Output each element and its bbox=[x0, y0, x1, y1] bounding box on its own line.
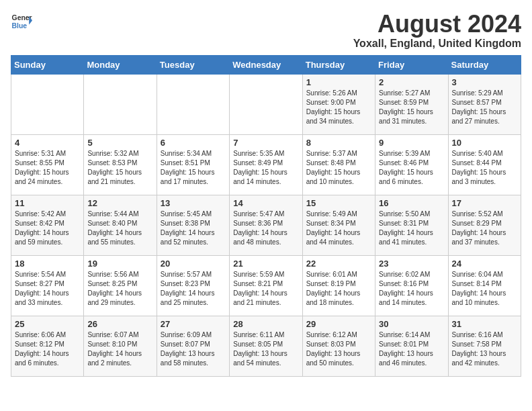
calendar-cell: 4Sunrise: 5:31 AM Sunset: 8:55 PM Daylig… bbox=[11, 134, 84, 195]
week-row-1: 1Sunrise: 5:26 AM Sunset: 9:00 PM Daylig… bbox=[11, 74, 521, 134]
calendar-cell: 17Sunrise: 5:52 AM Sunset: 8:29 PM Dayli… bbox=[448, 195, 521, 255]
calendar-cell: 5Sunrise: 5:32 AM Sunset: 8:53 PM Daylig… bbox=[84, 134, 157, 195]
header-thursday: Thursday bbox=[302, 55, 375, 74]
day-info: Sunrise: 5:44 AM Sunset: 8:40 PM Dayligh… bbox=[87, 210, 152, 247]
day-number: 31 bbox=[452, 319, 517, 329]
calendar-cell: 14Sunrise: 5:47 AM Sunset: 8:36 PM Dayli… bbox=[230, 195, 302, 255]
header-sunday: Sunday bbox=[11, 55, 84, 74]
day-info: Sunrise: 5:40 AM Sunset: 8:44 PM Dayligh… bbox=[452, 149, 517, 187]
day-number: 13 bbox=[161, 198, 226, 208]
day-number: 17 bbox=[452, 198, 517, 208]
calendar-cell: 12Sunrise: 5:44 AM Sunset: 8:40 PM Dayli… bbox=[84, 195, 157, 255]
day-info: Sunrise: 5:56 AM Sunset: 8:25 PM Dayligh… bbox=[87, 270, 152, 308]
day-info: Sunrise: 6:12 AM Sunset: 8:03 PM Dayligh… bbox=[306, 330, 371, 368]
day-info: Sunrise: 5:31 AM Sunset: 8:55 PM Dayligh… bbox=[15, 149, 80, 187]
calendar-cell: 21Sunrise: 5:59 AM Sunset: 8:21 PM Dayli… bbox=[230, 255, 302, 316]
day-number: 5 bbox=[87, 138, 152, 148]
day-number: 18 bbox=[15, 259, 80, 269]
day-number: 23 bbox=[379, 259, 444, 269]
calendar-cell: 10Sunrise: 5:40 AM Sunset: 8:44 PM Dayli… bbox=[448, 134, 521, 195]
week-row-3: 11Sunrise: 5:42 AM Sunset: 8:42 PM Dayli… bbox=[11, 195, 521, 255]
calendar-cell: 1Sunrise: 5:26 AM Sunset: 9:00 PM Daylig… bbox=[302, 74, 375, 134]
calendar-cell: 29Sunrise: 6:12 AM Sunset: 8:03 PM Dayli… bbox=[302, 316, 375, 376]
day-info: Sunrise: 6:16 AM Sunset: 7:58 PM Dayligh… bbox=[452, 330, 517, 368]
day-info: Sunrise: 6:07 AM Sunset: 8:10 PM Dayligh… bbox=[87, 330, 152, 368]
day-info: Sunrise: 5:27 AM Sunset: 8:59 PM Dayligh… bbox=[379, 89, 444, 126]
day-number: 4 bbox=[15, 138, 80, 148]
day-info: Sunrise: 6:11 AM Sunset: 8:05 PM Dayligh… bbox=[233, 330, 298, 368]
calendar-cell: 9Sunrise: 5:39 AM Sunset: 8:46 PM Daylig… bbox=[375, 134, 448, 195]
calendar-cell: 25Sunrise: 6:06 AM Sunset: 8:12 PM Dayli… bbox=[11, 316, 84, 376]
day-number: 16 bbox=[379, 198, 444, 208]
header-saturday: Saturday bbox=[448, 55, 521, 74]
calendar-header-row: SundayMondayTuesdayWednesdayThursdayFrid… bbox=[11, 55, 521, 74]
calendar-cell: 6Sunrise: 5:34 AM Sunset: 8:51 PM Daylig… bbox=[157, 134, 229, 195]
header-monday: Monday bbox=[84, 55, 157, 74]
day-number: 26 bbox=[87, 319, 152, 329]
day-info: Sunrise: 5:57 AM Sunset: 8:23 PM Dayligh… bbox=[161, 270, 226, 308]
page-header: General Blue August 2024 Yoxall, England… bbox=[11, 11, 521, 50]
day-info: Sunrise: 5:29 AM Sunset: 8:57 PM Dayligh… bbox=[452, 89, 517, 126]
day-info: Sunrise: 5:26 AM Sunset: 9:00 PM Dayligh… bbox=[306, 89, 371, 126]
day-number: 1 bbox=[306, 77, 371, 87]
day-number: 27 bbox=[161, 319, 226, 329]
calendar-cell bbox=[230, 74, 302, 134]
day-info: Sunrise: 5:50 AM Sunset: 8:31 PM Dayligh… bbox=[379, 210, 444, 247]
calendar-cell: 15Sunrise: 5:49 AM Sunset: 8:34 PM Dayli… bbox=[302, 195, 375, 255]
day-info: Sunrise: 5:35 AM Sunset: 8:49 PM Dayligh… bbox=[233, 149, 298, 187]
day-number: 10 bbox=[452, 138, 517, 148]
day-info: Sunrise: 5:39 AM Sunset: 8:46 PM Dayligh… bbox=[379, 149, 444, 187]
day-info: Sunrise: 5:32 AM Sunset: 8:53 PM Dayligh… bbox=[87, 149, 152, 187]
calendar-cell: 28Sunrise: 6:11 AM Sunset: 8:05 PM Dayli… bbox=[230, 316, 302, 376]
week-row-2: 4Sunrise: 5:31 AM Sunset: 8:55 PM Daylig… bbox=[11, 134, 521, 195]
calendar-cell: 30Sunrise: 6:14 AM Sunset: 8:01 PM Dayli… bbox=[375, 316, 448, 376]
calendar-cell: 13Sunrise: 5:45 AM Sunset: 8:38 PM Dayli… bbox=[157, 195, 229, 255]
day-number: 28 bbox=[233, 319, 298, 329]
day-number: 6 bbox=[161, 138, 226, 148]
calendar-table: SundayMondayTuesdayWednesdayThursdayFrid… bbox=[11, 55, 521, 377]
day-info: Sunrise: 6:09 AM Sunset: 8:07 PM Dayligh… bbox=[161, 330, 226, 368]
calendar-cell: 23Sunrise: 6:02 AM Sunset: 8:16 PM Dayli… bbox=[375, 255, 448, 316]
day-number: 25 bbox=[15, 319, 80, 329]
title-block: August 2024 Yoxall, England, United King… bbox=[353, 11, 521, 50]
day-info: Sunrise: 5:47 AM Sunset: 8:36 PM Dayligh… bbox=[233, 210, 298, 247]
calendar-cell: 20Sunrise: 5:57 AM Sunset: 8:23 PM Dayli… bbox=[157, 255, 229, 316]
calendar-cell: 16Sunrise: 5:50 AM Sunset: 8:31 PM Dayli… bbox=[375, 195, 448, 255]
day-info: Sunrise: 5:45 AM Sunset: 8:38 PM Dayligh… bbox=[161, 210, 226, 247]
calendar-cell: 8Sunrise: 5:37 AM Sunset: 8:48 PM Daylig… bbox=[302, 134, 375, 195]
day-number: 15 bbox=[306, 198, 371, 208]
calendar-cell bbox=[84, 74, 157, 134]
calendar-cell: 27Sunrise: 6:09 AM Sunset: 8:07 PM Dayli… bbox=[157, 316, 229, 376]
day-number: 22 bbox=[306, 259, 371, 269]
calendar-cell: 3Sunrise: 5:29 AM Sunset: 8:57 PM Daylig… bbox=[448, 74, 521, 134]
location: Yoxall, England, United Kingdom bbox=[353, 38, 521, 50]
day-info: Sunrise: 5:37 AM Sunset: 8:48 PM Dayligh… bbox=[306, 149, 371, 187]
header-friday: Friday bbox=[375, 55, 448, 74]
day-info: Sunrise: 5:34 AM Sunset: 8:51 PM Dayligh… bbox=[161, 149, 226, 187]
day-number: 2 bbox=[379, 77, 444, 87]
calendar-cell: 31Sunrise: 6:16 AM Sunset: 7:58 PM Dayli… bbox=[448, 316, 521, 376]
calendar-cell bbox=[157, 74, 229, 134]
day-number: 7 bbox=[233, 138, 298, 148]
calendar-cell: 11Sunrise: 5:42 AM Sunset: 8:42 PM Dayli… bbox=[11, 195, 84, 255]
logo: General Blue bbox=[11, 11, 32, 32]
week-row-5: 25Sunrise: 6:06 AM Sunset: 8:12 PM Dayli… bbox=[11, 316, 521, 376]
day-number: 3 bbox=[452, 77, 517, 87]
day-number: 8 bbox=[306, 138, 371, 148]
calendar-cell: 18Sunrise: 5:54 AM Sunset: 8:27 PM Dayli… bbox=[11, 255, 84, 316]
month-title: August 2024 bbox=[353, 11, 521, 38]
day-number: 19 bbox=[87, 259, 152, 269]
day-number: 11 bbox=[15, 198, 80, 208]
day-info: Sunrise: 6:02 AM Sunset: 8:16 PM Dayligh… bbox=[379, 270, 444, 308]
calendar-cell: 26Sunrise: 6:07 AM Sunset: 8:10 PM Dayli… bbox=[84, 316, 157, 376]
day-number: 14 bbox=[233, 198, 298, 208]
svg-text:Blue: Blue bbox=[12, 22, 28, 30]
calendar-cell bbox=[11, 74, 84, 134]
calendar-cell: 19Sunrise: 5:56 AM Sunset: 8:25 PM Dayli… bbox=[84, 255, 157, 316]
calendar-cell: 2Sunrise: 5:27 AM Sunset: 8:59 PM Daylig… bbox=[375, 74, 448, 134]
day-info: Sunrise: 6:01 AM Sunset: 8:19 PM Dayligh… bbox=[306, 270, 371, 308]
day-info: Sunrise: 5:52 AM Sunset: 8:29 PM Dayligh… bbox=[452, 210, 517, 247]
header-tuesday: Tuesday bbox=[157, 55, 229, 74]
day-info: Sunrise: 5:49 AM Sunset: 8:34 PM Dayligh… bbox=[306, 210, 371, 247]
day-number: 9 bbox=[379, 138, 444, 148]
